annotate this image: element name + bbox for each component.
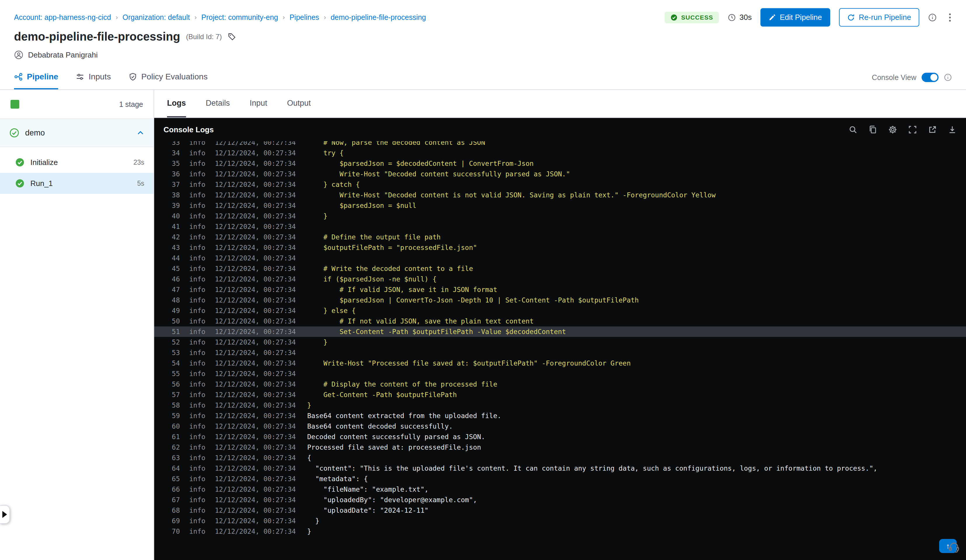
console-toolbar	[849, 125, 957, 134]
log-timestamp: 12/12/2024, 00:27:34	[215, 141, 298, 148]
log-timestamp: 12/12/2024, 00:27:34	[215, 327, 298, 337]
rerun-pipeline-label: Re-run Pipeline	[859, 13, 911, 22]
log-level: info	[189, 141, 209, 148]
log-level: info	[189, 421, 209, 432]
log-timestamp: 12/12/2024, 00:27:34	[215, 337, 298, 347]
tag-icon[interactable]	[228, 33, 236, 41]
log-line-number: 69	[163, 516, 180, 526]
log-message: "fileName": "example.txt",	[307, 484, 429, 494]
log-line-number: 41	[163, 221, 180, 232]
stage-group-demo[interactable]: demo	[0, 119, 154, 147]
stage-summary-row: 1 stage	[0, 90, 154, 119]
tab-inputs[interactable]: Inputs	[76, 66, 111, 89]
clock-icon	[728, 13, 736, 21]
pipeline-icon	[14, 72, 23, 81]
pencil-icon	[769, 14, 775, 21]
log-timestamp: 12/12/2024, 00:27:34	[215, 379, 298, 389]
download-icon[interactable]	[948, 125, 957, 134]
breadcrumb-link[interactable]: Pipelines	[289, 13, 319, 21]
log-tab-details[interactable]: Details	[206, 90, 230, 117]
chevron-up-icon[interactable]	[137, 129, 144, 136]
log-line-number: 57	[163, 389, 180, 400]
step-row-initialize[interactable]: Initialize23s	[0, 152, 154, 173]
log-row: 69info12/12/2024, 00:27:34 }	[154, 516, 966, 526]
log-row: 43info12/12/2024, 00:27:34 $outputFilePa…	[154, 242, 966, 253]
log-timestamp: 12/12/2024, 00:27:34	[215, 347, 298, 358]
log-tab-logs[interactable]: Logs	[167, 90, 186, 117]
log-message: if ($parsedJson -ne $null) {	[307, 274, 437, 284]
log-level: info	[189, 263, 209, 274]
log-line-number: 38	[163, 190, 180, 200]
log-level: info	[189, 505, 209, 516]
expand-panel-handle[interactable]	[0, 505, 10, 524]
log-message: # Write the decoded content to a file	[307, 263, 473, 274]
breadcrumb-link[interactable]: Organization: default	[122, 13, 190, 21]
step-row-run_1[interactable]: Run_15s	[0, 173, 154, 194]
log-message: Base64 content decoded successfully.	[307, 421, 453, 432]
edit-pipeline-button[interactable]: Edit Pipeline	[761, 8, 830, 26]
stage-count-label: 1 stage	[119, 100, 143, 108]
open-in-new-icon[interactable]	[928, 125, 937, 134]
log-message: $parsedJson = $decodedContent | ConvertF…	[307, 158, 534, 169]
log-line-number: 36	[163, 169, 180, 179]
console-view-label: Console View	[872, 73, 916, 82]
log-timestamp: 12/12/2024, 00:27:34	[215, 463, 298, 474]
log-message: "uploadDate": "2024-12-11"	[307, 505, 429, 516]
log-row: 48info12/12/2024, 00:27:34 $parsedJson |…	[154, 295, 966, 305]
info-icon[interactable]	[928, 13, 937, 22]
log-lines: 33info12/12/2024, 00:27:34 # Now, parse …	[154, 141, 966, 537]
fullscreen-icon[interactable]	[908, 125, 917, 134]
search-icon[interactable]	[849, 125, 858, 134]
log-timestamp: 12/12/2024, 00:27:34	[215, 411, 298, 421]
log-line-number: 52	[163, 337, 180, 347]
tab-pipeline[interactable]: Pipeline	[14, 66, 58, 89]
log-line-number: 51	[163, 327, 180, 337]
log-message: $parsedJson | ConvertTo-Json -Depth 10 |…	[307, 295, 639, 305]
duration: 30s	[728, 13, 752, 22]
main-tab-list: Pipeline Inputs Policy Evaluations	[14, 66, 208, 89]
breadcrumb-link[interactable]: Account: app-harness-ng-cicd	[14, 13, 111, 21]
stage-group-label: demo	[25, 128, 131, 138]
log-line-number: 54	[163, 358, 180, 368]
status-badge: SUCCESS	[665, 11, 719, 23]
stage-status-chip[interactable]	[10, 100, 19, 108]
console-panel: Console Logs	[154, 118, 966, 560]
log-level: info	[189, 305, 209, 316]
console-view-toggle[interactable]	[922, 73, 938, 82]
copy-icon[interactable]	[869, 125, 877, 134]
log-line-number: 39	[163, 200, 180, 211]
breadcrumb-link[interactable]: Project: community-eng	[201, 13, 278, 21]
log-level: info	[189, 190, 209, 200]
log-level: info	[189, 379, 209, 389]
breadcrumb-link[interactable]: demo-pipeline-file-processing	[330, 13, 426, 21]
log-line-number: 67	[163, 494, 180, 505]
rerun-pipeline-button[interactable]: Re-run Pipeline	[839, 8, 919, 26]
log-message: "metadata": {	[307, 474, 368, 484]
log-level: info	[189, 411, 209, 421]
kebab-menu-icon[interactable]	[946, 12, 955, 23]
log-message: }	[307, 516, 319, 526]
log-line-number: 47	[163, 284, 180, 295]
log-line-number: 37	[163, 179, 180, 190]
breadcrumb-separator: ›	[194, 14, 197, 21]
console-header: Console Logs	[154, 118, 966, 141]
log-row: 45info12/12/2024, 00:27:34 # Write the d…	[154, 263, 966, 274]
log-tab-input[interactable]: Input	[250, 90, 267, 117]
tab-policy-evaluations[interactable]: Policy Evaluations	[128, 66, 208, 89]
log-line-number: 42	[163, 232, 180, 242]
inputs-icon	[76, 72, 84, 81]
settings-icon[interactable]	[888, 125, 897, 134]
console-view-info-icon[interactable]	[944, 73, 952, 82]
main-panel: LogsDetailsInputOutput Console Logs	[154, 90, 966, 560]
log-tab-output[interactable]: Output	[287, 90, 311, 117]
log-line-number: 58	[163, 400, 180, 411]
tab-pipeline-label: Pipeline	[27, 72, 58, 82]
support-headset-icon[interactable]	[948, 541, 960, 553]
log-scroll-area[interactable]: 33info12/12/2024, 00:27:34 # Now, parse …	[154, 141, 966, 560]
step-label: Initialize	[30, 158, 128, 167]
log-level: info	[189, 284, 209, 295]
log-line-number: 43	[163, 242, 180, 253]
log-timestamp: 12/12/2024, 00:27:34	[215, 526, 298, 537]
stage-sidebar: 1 stage demo Initialize23sRun_15s	[0, 90, 154, 560]
log-line-number: 48	[163, 295, 180, 305]
